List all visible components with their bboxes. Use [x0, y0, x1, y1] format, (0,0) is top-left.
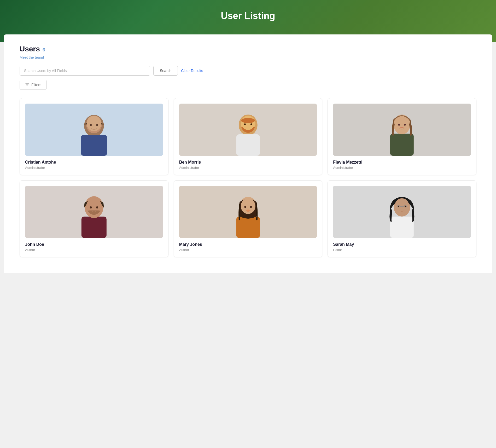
user-name-ben-morris: Ben Morris: [179, 160, 317, 165]
svg-point-17: [241, 118, 255, 123]
user-card-flavia-mezzetti[interactable]: Flavia Mezzetti Administrator: [328, 98, 476, 175]
user-avatar-mary-jones: [179, 186, 317, 238]
svg-rect-2: [81, 135, 107, 156]
user-role-ben-morris: Administrator: [179, 166, 317, 170]
svg-point-42: [405, 206, 406, 207]
svg-point-28: [96, 206, 98, 208]
clear-results-link[interactable]: Clear Results: [181, 69, 203, 73]
svg-rect-18: [390, 134, 414, 156]
user-card-mary-jones[interactable]: Mary Jones Author: [174, 180, 323, 257]
search-input[interactable]: [20, 66, 150, 76]
filters-button[interactable]: Filters: [20, 80, 47, 90]
filters-row: Filters: [20, 80, 476, 90]
users-count: 6: [43, 47, 45, 53]
user-name-flavia-mezzetti: Flavia Mezzetti: [333, 160, 471, 165]
users-heading: Users 6: [20, 45, 476, 53]
svg-point-22: [404, 124, 406, 126]
svg-point-5: [90, 124, 92, 126]
users-title: Users: [20, 45, 40, 53]
user-avatar-ben-morris: [179, 104, 317, 156]
svg-point-16: [250, 123, 252, 125]
user-card-john-doe[interactable]: John Doe Author: [20, 180, 168, 257]
svg-point-23: [400, 127, 404, 128]
user-role-john-doe: Author: [25, 248, 163, 252]
user-card-ben-morris[interactable]: Ben Morris Administrator: [174, 98, 323, 175]
user-card-sarah-may[interactable]: Sarah May Editor: [328, 180, 476, 257]
svg-rect-9: [236, 134, 260, 156]
svg-rect-24: [81, 217, 107, 238]
filter-icon: [25, 83, 29, 87]
search-button[interactable]: Search: [153, 66, 178, 76]
main-content: Users 6 Meet the team! Search Clear Resu…: [4, 34, 492, 273]
user-name-mary-jones: Mary Jones: [179, 242, 317, 247]
page-title: User Listing: [5, 10, 491, 21]
user-role-flavia-mezzetti: Administrator: [333, 166, 471, 170]
user-name-cristian-antohe: Cristian Antohe: [25, 160, 163, 165]
search-row: Search Clear Results: [20, 66, 476, 76]
svg-point-4: [87, 117, 101, 131]
svg-point-41: [398, 206, 399, 207]
user-name-sarah-may: Sarah May: [333, 242, 471, 247]
svg-rect-35: [390, 217, 414, 238]
svg-point-33: [250, 206, 252, 208]
user-avatar-sarah-may: [333, 186, 471, 238]
user-role-sarah-may: Editor: [333, 248, 471, 252]
user-grid: Cristian Antohe Administrator: [20, 98, 476, 257]
user-card-cristian-antohe[interactable]: Cristian Antohe Administrator: [20, 98, 168, 175]
svg-point-34: [246, 210, 250, 212]
user-name-john-doe: John Doe: [25, 242, 163, 247]
svg-point-32: [244, 206, 246, 208]
user-avatar-cristian-antohe: [25, 104, 163, 156]
svg-point-20: [395, 116, 409, 132]
svg-point-37: [395, 198, 409, 214]
user-avatar-john-doe: [25, 186, 163, 238]
filters-label: Filters: [31, 83, 41, 87]
user-avatar-flavia-mezzetti: [333, 104, 471, 156]
svg-point-21: [398, 124, 400, 126]
user-role-mary-jones: Author: [179, 248, 317, 252]
svg-point-27: [90, 206, 92, 208]
svg-point-6: [96, 124, 98, 126]
users-subtitle: Meet the team!: [20, 55, 476, 59]
svg-point-15: [244, 123, 246, 125]
user-role-cristian-antohe: Administrator: [25, 166, 163, 170]
